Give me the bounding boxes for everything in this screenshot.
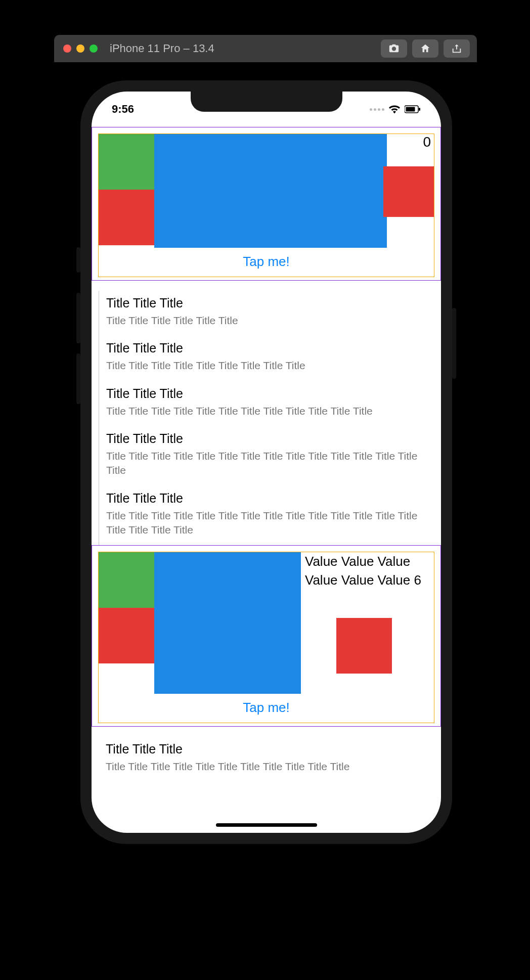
list-item[interactable]: Title Title Title Title Title Title Titl…	[106, 336, 432, 381]
window-toolbar	[381, 39, 470, 58]
side-button	[452, 308, 456, 379]
card-right: 0	[387, 134, 434, 248]
volume-up-button	[76, 293, 80, 343]
title-list: Title Title Title Title Title Title Titl…	[99, 291, 441, 545]
blue-box-icon	[154, 134, 387, 248]
battery-icon	[405, 105, 421, 113]
card-0: 0 Tap me!	[98, 133, 434, 277]
tap-button[interactable]: Tap me!	[99, 694, 434, 723]
list-item[interactable]: Title Title Title Title Title Title Titl…	[106, 426, 432, 486]
list-item-title: Title Title Title	[106, 296, 432, 310]
share-button[interactable]	[444, 39, 470, 58]
close-icon[interactable]	[63, 44, 71, 53]
wifi-icon	[388, 105, 401, 114]
window-traffic-lights	[63, 44, 98, 53]
status-time: 9:56	[112, 103, 134, 116]
list-item-subtitle: Title Title Title Title Title Title	[106, 314, 432, 328]
screenshot-button[interactable]	[381, 39, 407, 58]
value-label: Value Value Value Value Value Value 6	[305, 552, 434, 589]
card-top: Value Value Value Value Value Value 6	[99, 552, 434, 694]
green-box-icon	[99, 134, 154, 190]
list-item-subtitle: Title Title Title Title Title Title Titl…	[106, 509, 432, 538]
home-button[interactable]	[412, 39, 438, 58]
phone-frame: 9:56	[80, 80, 452, 844]
ringer-switch	[76, 247, 80, 273]
list-item[interactable]: Title Title Title Title Title Title Titl…	[106, 381, 432, 426]
scroll-content[interactable]: 0 Tap me! Title Title Title Title Title …	[92, 127, 441, 833]
list-item-subtitle: Title Title Title Title Title Title Titl…	[106, 404, 432, 418]
list-item-title: Title Title Title	[106, 491, 432, 506]
blue-box-icon	[154, 552, 301, 694]
status-icons	[370, 105, 421, 114]
card-top: 0	[99, 134, 434, 248]
title-list-tail: Title Title Title Title Title Title Titl…	[99, 737, 441, 782]
list-item-subtitle: Title Title Title Title Title Title Titl…	[106, 449, 432, 478]
volume-down-button	[76, 353, 80, 404]
list-item[interactable]: Title Title Title Title Title Title Titl…	[106, 291, 432, 336]
card-right: Value Value Value Value Value Value 6	[301, 552, 434, 694]
cellular-icon	[370, 108, 384, 111]
red-box-icon	[336, 618, 392, 674]
left-stack	[99, 552, 154, 694]
panel-1: Value Value Value Value Value Value 6 Ta…	[92, 545, 441, 727]
zoom-icon[interactable]	[90, 44, 98, 53]
counter-label: 0	[423, 134, 431, 150]
home-indicator[interactable]	[216, 823, 317, 827]
tap-button[interactable]: Tap me!	[99, 248, 434, 277]
green-box-icon	[99, 552, 154, 608]
list-item[interactable]: Title Title Title Title Title Title Titl…	[106, 737, 432, 782]
left-stack	[99, 134, 154, 248]
list-item-title: Title Title Title	[106, 386, 432, 401]
svg-rect-2	[419, 108, 420, 111]
red-box-icon	[99, 608, 154, 663]
red-box-icon	[383, 166, 434, 217]
list-item[interactable]: Title Title Title Title Title Title Titl…	[106, 486, 432, 546]
red-box-icon	[99, 190, 154, 245]
card-1: Value Value Value Value Value Value 6 Ta…	[98, 552, 434, 723]
list-item-title: Title Title Title	[106, 742, 432, 756]
svg-rect-1	[406, 107, 415, 112]
sim-window-titlebar: iPhone 11 Pro – 13.4	[54, 35, 477, 62]
panel-0: 0 Tap me!	[92, 127, 441, 281]
list-item-title: Title Title Title	[106, 431, 432, 446]
list-item-subtitle: Title Title Title Title Title Title Titl…	[106, 359, 432, 373]
window-title: iPhone 11 Pro – 13.4	[110, 42, 214, 55]
list-item-title: Title Title Title	[106, 341, 432, 355]
list-item-subtitle: Title Title Title Title Title Title Titl…	[106, 760, 432, 774]
phone-screen: 9:56	[92, 92, 441, 833]
minimize-icon[interactable]	[76, 44, 84, 53]
notch	[191, 92, 342, 112]
